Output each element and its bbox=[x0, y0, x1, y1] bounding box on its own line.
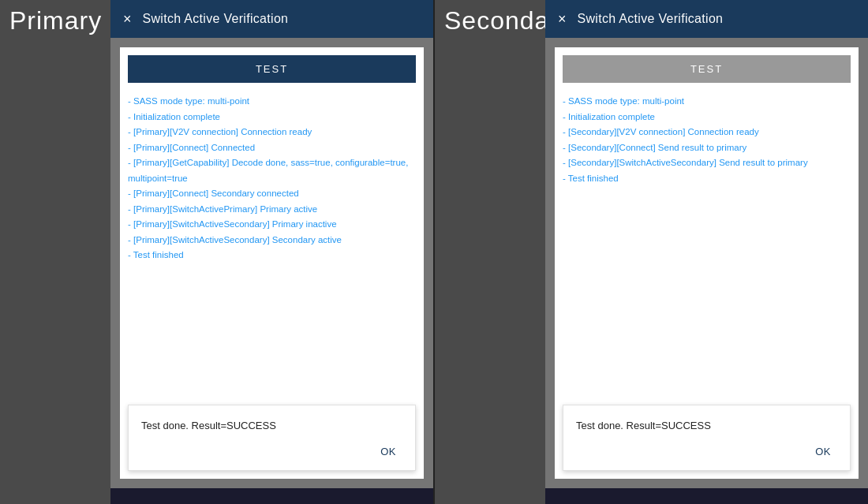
primary-log-line: - [Primary][SwitchActivePrimary] Primary… bbox=[128, 202, 416, 218]
secondary-log-line: - Test finished bbox=[563, 171, 851, 187]
primary-log-line: - [Primary][Connect] Connected bbox=[128, 140, 416, 156]
primary-log-line: - Initialization complete bbox=[128, 110, 416, 125]
primary-label-col: Primary bbox=[0, 0, 110, 504]
secondary-result-text: Test done. Result=SUCCESS bbox=[576, 420, 837, 431]
primary-log-line: - [Primary][SwitchActiveSecondary] Prima… bbox=[128, 217, 416, 233]
secondary-dialog-header: × Switch Active Verification bbox=[545, 0, 868, 38]
secondary-label-col: Secondary bbox=[435, 0, 545, 504]
secondary-log-line: - Initialization complete bbox=[563, 110, 851, 125]
primary-ok-button[interactable]: OK bbox=[374, 442, 402, 461]
primary-log-line: - [Primary][V2V connection] Connection r… bbox=[128, 125, 416, 140]
primary-bottom-bar bbox=[110, 488, 433, 504]
primary-test-button[interactable]: TEST bbox=[128, 55, 416, 83]
primary-log-line: - SASS mode type: multi-point bbox=[128, 94, 416, 110]
primary-close-button[interactable]: × bbox=[123, 12, 132, 26]
secondary-device-col: × Switch Active Verification TEST - SASS… bbox=[545, 0, 868, 504]
primary-ok-button-row: OK bbox=[141, 442, 402, 461]
secondary-log-line: - [Secondary][SwitchActiveSecondary] Sen… bbox=[563, 155, 851, 171]
primary-log-line: - [Primary][GetCapability] Decode done, … bbox=[128, 155, 416, 186]
primary-panel: Primary × Switch Active Verification TES… bbox=[0, 0, 433, 504]
secondary-log-area: - SASS mode type: multi-point - Initiali… bbox=[555, 91, 859, 397]
secondary-log-line: - [Secondary][V2V connection] Connection… bbox=[563, 125, 851, 140]
primary-log-area: - SASS mode type: multi-point - Initiali… bbox=[120, 91, 424, 397]
primary-dialog-body: TEST - SASS mode type: multi-point - Ini… bbox=[120, 47, 424, 479]
secondary-test-button: TEST bbox=[563, 55, 851, 83]
secondary-panel: Secondary × Switch Active Verification T… bbox=[435, 0, 868, 504]
primary-label: Primary bbox=[9, 6, 102, 35]
secondary-result-box: Test done. Result=SUCCESS OK bbox=[563, 405, 851, 471]
primary-dialog-title: Switch Active Verification bbox=[143, 12, 289, 26]
secondary-bottom-bar bbox=[545, 488, 868, 504]
primary-log-line: - Test finished bbox=[128, 248, 416, 263]
secondary-close-button[interactable]: × bbox=[558, 12, 567, 26]
primary-dialog-header: × Switch Active Verification bbox=[110, 0, 433, 38]
secondary-ok-button[interactable]: OK bbox=[809, 442, 837, 461]
primary-result-text: Test done. Result=SUCCESS bbox=[141, 420, 402, 431]
primary-result-box: Test done. Result=SUCCESS OK bbox=[128, 405, 416, 471]
primary-device-col: × Switch Active Verification TEST - SASS… bbox=[110, 0, 433, 504]
secondary-dialog-title: Switch Active Verification bbox=[578, 12, 724, 26]
secondary-ok-button-row: OK bbox=[576, 442, 837, 461]
secondary-dialog-body: TEST - SASS mode type: multi-point - Ini… bbox=[555, 47, 859, 479]
primary-log-line: - [Primary][SwitchActiveSecondary] Secon… bbox=[128, 233, 416, 248]
secondary-log-line: - [Secondary][Connect] Send result to pr… bbox=[563, 140, 851, 156]
primary-log-line: - [Primary][Connect] Secondary connected bbox=[128, 186, 416, 202]
secondary-log-line: - SASS mode type: multi-point bbox=[563, 94, 851, 110]
